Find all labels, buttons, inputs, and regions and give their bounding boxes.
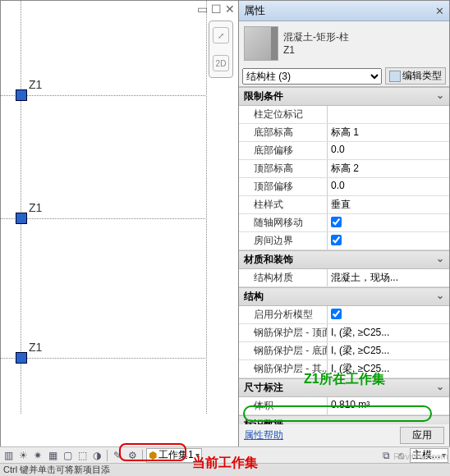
workset-icon: ⬢ <box>149 450 157 461</box>
prop-value[interactable]: 垂直 <box>328 196 449 213</box>
prop-value[interactable] <box>328 232 449 249</box>
room-bounding-checkbox[interactable] <box>331 235 342 245</box>
prop-label: 钢筋保护层 - 底面 <box>239 342 328 359</box>
tool-icon[interactable]: ✎ <box>111 449 124 462</box>
prop-value[interactable] <box>328 214 449 231</box>
properties-panel: 属性 ✕ 混凝土-矩形-柱 Z1 结构柱 (3) 编辑类型 限制条件⌄ 柱定位标… <box>239 1 449 446</box>
reveal-icon[interactable]: ◑ <box>90 449 103 462</box>
filter-icon[interactable]: ⧉ <box>380 449 393 462</box>
prop-value[interactable]: 标高 1 <box>328 124 449 141</box>
crop-icon[interactable]: ▦ <box>46 449 59 462</box>
prop-label: 底部偏移 <box>239 142 328 159</box>
shadow-icon[interactable]: ✷ <box>31 449 44 462</box>
prop-value[interactable]: 混凝土，现场... <box>328 269 449 286</box>
column-tag: Z1 <box>29 201 42 214</box>
prop-value: 0.810 m³ <box>328 397 449 414</box>
type-thumbnail[interactable] <box>244 26 278 61</box>
type-family-label: 混凝土-矩形-柱 <box>283 30 444 43</box>
prop-label: 顶部标高 <box>239 160 328 177</box>
prop-value[interactable]: I, (梁, ≥C25... <box>328 324 449 341</box>
properties-help-link[interactable]: 属性帮助 <box>244 428 283 442</box>
enable-analytical-checkbox[interactable] <box>331 309 342 319</box>
tool-icon[interactable]: ⚙ <box>126 449 139 462</box>
prop-label: 底部标高 <box>239 124 328 141</box>
prop-label: 钢筋保护层 - 其... <box>239 360 328 378</box>
prop-value[interactable]: 0.0 <box>328 178 449 195</box>
workset-combo[interactable]: ⬢ 工作集1 ▾ <box>146 448 202 463</box>
drawing-canvas[interactable]: ▭ ☐ ✕ ⤢ 2D 1 2 Z1 Z1 Z1 <box>1 1 239 446</box>
collapse-icon[interactable]: ⌄ <box>436 290 444 304</box>
close-icon[interactable]: ✕ <box>225 2 235 16</box>
edit-type-icon <box>389 71 401 82</box>
collapse-icon[interactable]: ⌄ <box>436 253 444 267</box>
panel-close-icon[interactable]: ✕ <box>435 5 444 17</box>
prop-label: 顶部偏移 <box>239 178 328 195</box>
group-header: 限制条件 <box>244 89 283 103</box>
prop-value[interactable]: I, (梁, ≥C25... <box>328 342 449 359</box>
bottom-toolbar: ▥ ☀ ✷ ▦ ▢ ⬚ ◑ ✎ ⚙ ⬢ 工作集1 ▾ ⧉ ⎋ 主模... ▾ <box>0 446 450 463</box>
chevron-down-icon: ▾ <box>195 451 200 460</box>
group-header: 材质和装饰 <box>244 253 293 267</box>
group-header: 尺寸标注 <box>244 381 283 395</box>
column-tag: Z1 <box>29 78 42 91</box>
prop-label: 结构材质 <box>239 269 328 286</box>
group-header: 结构 <box>244 290 264 304</box>
prop-value[interactable]: I, (梁, ≥C25... <box>328 360 449 378</box>
element-category-select[interactable]: 结构柱 (3) <box>242 68 382 85</box>
column-tag: Z1 <box>29 341 42 354</box>
prop-value[interactable] <box>328 306 449 323</box>
hide-icon[interactable]: ⬚ <box>76 449 89 462</box>
prop-label: 柱样式 <box>239 196 328 213</box>
status-hint: Ctrl 键并单击可将新项目添 <box>3 464 110 476</box>
sun-icon[interactable]: ☀ <box>16 449 30 462</box>
workset-label: 工作集1 <box>158 448 194 462</box>
apply-button[interactable]: 应用 <box>400 427 444 444</box>
prop-value[interactable]: 0.0 <box>328 142 449 159</box>
edit-type-button[interactable]: 编辑类型 <box>385 67 446 85</box>
type-name-label: Z1 <box>283 43 444 57</box>
prop-label: 体积 <box>239 397 328 414</box>
move-with-grid-checkbox[interactable] <box>331 217 342 227</box>
status-bar: Ctrl 键并单击可将新项目添 <box>0 463 450 476</box>
prop-value[interactable] <box>328 106 449 123</box>
prop-label: 房间边界 <box>239 232 328 249</box>
prop-label: 柱定位标记 <box>239 106 328 123</box>
watermark: Revitcad.com <box>393 451 448 461</box>
maximize-icon[interactable]: ☐ <box>211 2 222 16</box>
edit-type-label: 编辑类型 <box>402 69 442 83</box>
prop-label: 随轴网移动 <box>239 214 328 231</box>
view-icon[interactable]: ▥ <box>2 449 15 462</box>
view-cube[interactable]: ⤢ 2D <box>209 21 233 78</box>
collapse-icon[interactable]: ⌄ <box>436 381 444 395</box>
column-instance[interactable] <box>16 213 27 224</box>
panel-title: 属性 <box>244 3 265 18</box>
prop-label: 启用分析模型 <box>239 306 328 323</box>
prop-value[interactable]: 标高 2 <box>328 160 449 177</box>
collapse-icon[interactable]: ⌄ <box>436 89 444 103</box>
collapse-icon[interactable]: ⌄ <box>436 418 444 424</box>
prop-label: 钢筋保护层 - 顶面 <box>239 324 328 341</box>
column-instance[interactable] <box>16 352 27 364</box>
group-header: 标识数据 <box>244 418 283 424</box>
column-instance[interactable] <box>16 89 27 101</box>
crop-region-icon[interactable]: ▢ <box>61 449 74 462</box>
properties-list[interactable]: 限制条件⌄ 柱定位标记 底部标高标高 1 底部偏移0.0 顶部标高标高 2 顶部… <box>239 86 449 424</box>
